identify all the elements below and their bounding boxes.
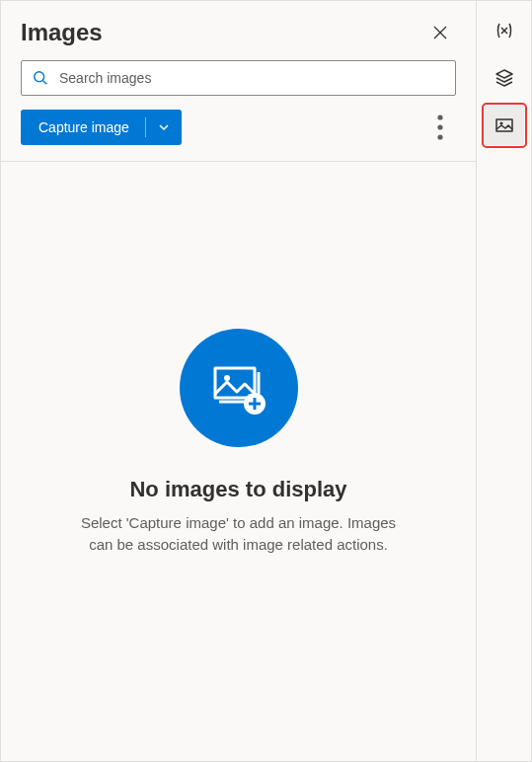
svg-point-6	[437, 134, 442, 139]
sidebar-item-images[interactable]	[485, 106, 524, 145]
right-sidebar	[477, 0, 532, 762]
svg-point-8	[224, 375, 230, 381]
panel-title: Images	[21, 19, 103, 46]
images-panel: Images Capture image	[0, 0, 477, 762]
search-field[interactable]	[21, 60, 456, 96]
search-icon	[32, 69, 49, 87]
more-vertical-icon	[424, 112, 456, 143]
search-input[interactable]	[59, 70, 445, 86]
capture-image-label: Capture image	[21, 110, 145, 145]
chevron-down-icon	[158, 121, 170, 133]
svg-rect-7	[215, 368, 255, 398]
empty-state-graphic	[180, 329, 298, 447]
sidebar-item-ui-elements[interactable]	[485, 58, 524, 98]
close-icon	[432, 25, 448, 40]
close-button[interactable]	[424, 17, 456, 48]
svg-line-3	[43, 81, 47, 85]
empty-state-title: No images to display	[129, 477, 346, 502]
more-options-button[interactable]	[424, 112, 456, 143]
panel-header: Images	[1, 1, 476, 60]
capture-image-button[interactable]: Capture image	[21, 110, 182, 145]
sidebar-item-variables[interactable]	[485, 11, 524, 50]
image-add-icon	[207, 356, 270, 419]
capture-image-dropdown[interactable]	[146, 110, 182, 145]
content-area: No images to display Select 'Capture ima…	[1, 161, 476, 761]
svg-point-5	[437, 124, 442, 129]
svg-rect-17	[496, 119, 512, 131]
toolbar: Capture image	[1, 110, 476, 161]
svg-point-2	[35, 72, 44, 82]
svg-point-18	[499, 122, 502, 125]
empty-state-description: Select 'Capture image' to add an image. …	[71, 512, 407, 556]
search-row	[1, 60, 476, 110]
svg-marker-16	[496, 70, 512, 78]
svg-point-4	[437, 114, 442, 119]
layers-icon	[494, 68, 514, 88]
image-icon	[494, 115, 514, 135]
variables-icon	[494, 21, 514, 40]
